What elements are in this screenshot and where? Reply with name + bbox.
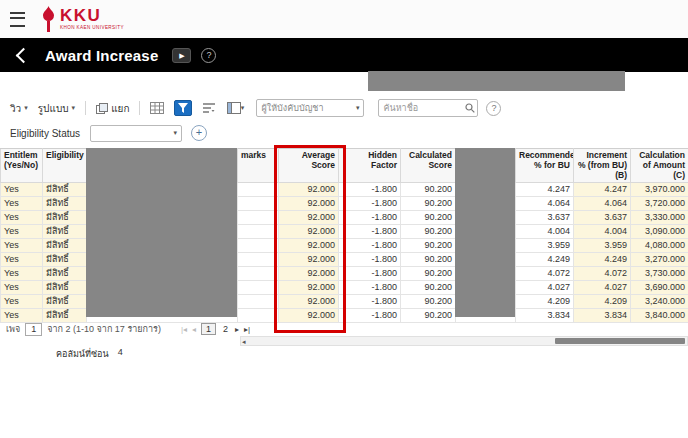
cell-entitlement[interactable]: Yes — [1, 295, 43, 309]
cell-calc: 90.200 — [401, 267, 456, 281]
cell-increment[interactable]: 4.209 — [574, 295, 631, 309]
last-page-button[interactable]: ▸| — [244, 325, 250, 334]
help-icon[interactable]: ? — [201, 48, 216, 63]
cell-amount[interactable]: 4,080.000 — [631, 239, 688, 253]
cell-amount[interactable]: 3,330.000 — [631, 211, 688, 225]
column-header-amount[interactable]: Calculation of Amount (C) — [631, 149, 688, 183]
cell-avg[interactable]: 92.000 — [279, 309, 339, 323]
cell-increment[interactable]: 4.027 — [574, 281, 631, 295]
search-input[interactable] — [378, 99, 478, 117]
cell-increment[interactable]: 3.959 — [574, 239, 631, 253]
cell-eligibility[interactable]: มีสิทธิ์ — [43, 309, 87, 323]
freeze-icon[interactable]: ▾ — [226, 100, 244, 116]
column-header-eligibility[interactable]: Eligibility — [43, 149, 87, 183]
scrollbar-thumb[interactable] — [555, 338, 685, 344]
column-header-calc[interactable]: Calculated Score — [401, 149, 456, 183]
toolbar-help-icon[interactable]: ? — [486, 101, 501, 116]
cell-avg[interactable]: 92.000 — [279, 253, 339, 267]
cell-increment[interactable]: 4.247 — [574, 183, 631, 197]
title-bar: Award Increase ▶ ? — [0, 38, 688, 72]
chevron-down-icon: ▾ — [72, 104, 76, 112]
search-icon[interactable] — [465, 103, 475, 113]
cell-amount[interactable]: 3,240.000 — [631, 295, 688, 309]
cell-avg[interactable]: 92.000 — [279, 281, 339, 295]
cell-entitlement[interactable]: Yes — [1, 253, 43, 267]
cell-eligibility[interactable]: มีสิทธิ์ — [43, 211, 87, 225]
cell-avg[interactable]: 92.000 — [279, 197, 339, 211]
supervisor-select[interactable]: ผู้ให้บังคับบัญชา ▾ — [256, 99, 364, 117]
cell-eligibility[interactable]: มีสิทธิ์ — [43, 281, 87, 295]
wrap-icon[interactable] — [200, 100, 218, 116]
cell-entitlement[interactable]: Yes — [1, 183, 43, 197]
cell-amount[interactable]: 3,690.000 — [631, 281, 688, 295]
page-2-button[interactable]: 2 — [221, 324, 230, 334]
column-header-remarks[interactable]: marks — [238, 149, 279, 183]
cell-amount[interactable]: 3,730.000 — [631, 267, 688, 281]
cell-increment[interactable]: 4.072 — [574, 267, 631, 281]
prev-page-button[interactable]: ◂ — [192, 325, 196, 334]
cell-entitlement[interactable]: Yes — [1, 211, 43, 225]
menu-icon[interactable] — [10, 12, 25, 27]
filter-icon[interactable] — [174, 100, 192, 116]
cell-remarks — [238, 295, 279, 309]
logo-subtitle: KHON KAEN UNIVERSITY — [60, 26, 124, 31]
cell-avg[interactable]: 92.000 — [279, 225, 339, 239]
next-page-button[interactable]: ▸ — [235, 325, 239, 334]
cell-eligibility[interactable]: มีสิทธิ์ — [43, 267, 87, 281]
cell-avg[interactable]: 92.000 — [279, 295, 339, 309]
toolbar-separator — [85, 101, 86, 115]
cell-entitlement[interactable]: Yes — [1, 309, 43, 323]
cell-eligibility[interactable]: มีสิทธิ์ — [43, 225, 87, 239]
cell-increment[interactable]: 4.249 — [574, 253, 631, 267]
cell-eligibility[interactable]: มีสิทธิ์ — [43, 183, 87, 197]
column-header-hidden[interactable]: Hidden Factor — [339, 149, 401, 183]
horizontal-scrollbar[interactable]: ◂ — [240, 336, 688, 346]
column-header-avg[interactable]: Average Score — [279, 149, 339, 183]
cell-remarks — [238, 253, 279, 267]
cell-eligibility[interactable]: มีสิทธิ์ — [43, 197, 87, 211]
scroll-left-icon[interactable]: ◂ — [242, 337, 246, 346]
cell-amount[interactable]: 3,090.000 — [631, 225, 688, 239]
video-icon[interactable]: ▶ — [172, 48, 191, 63]
cell-avg[interactable]: 92.000 — [279, 183, 339, 197]
detach-icon — [96, 103, 108, 114]
cell-hidden: -1.800 — [339, 183, 401, 197]
cell-amount[interactable]: 3,720.000 — [631, 197, 688, 211]
cell-increment[interactable]: 3.834 — [574, 309, 631, 323]
back-icon[interactable] — [16, 47, 32, 63]
cell-recommended: 3.959 — [516, 239, 574, 253]
cell-entitlement[interactable]: Yes — [1, 225, 43, 239]
cell-increment[interactable]: 3.637 — [574, 211, 631, 225]
cell-entitlement[interactable]: Yes — [1, 239, 43, 253]
view-menu[interactable]: วิว ▾ — [10, 101, 28, 116]
cell-entitlement[interactable]: Yes — [1, 267, 43, 281]
page-input[interactable]: 1 — [25, 323, 42, 336]
cell-eligibility[interactable]: มีสิทธิ์ — [43, 295, 87, 309]
cell-eligibility[interactable]: มีสิทธิ์ — [43, 239, 87, 253]
column-header-entitlement[interactable]: Entitlem (Yes/No) — [1, 149, 43, 183]
format-menu[interactable]: รูปแบบ ▾ — [38, 101, 75, 116]
cell-avg[interactable]: 92.000 — [279, 211, 339, 225]
cell-entitlement[interactable]: Yes — [1, 281, 43, 295]
page-1-button[interactable]: 1 — [201, 323, 216, 335]
cell-entitlement[interactable]: Yes — [1, 197, 43, 211]
column-header-recommended[interactable]: Recommended % for BU — [516, 149, 574, 183]
detach-button[interactable]: แยก — [96, 101, 129, 116]
add-filter-icon[interactable]: + — [191, 125, 207, 141]
cell-calc: 90.200 — [401, 309, 456, 323]
column-header-increment[interactable]: Increment % (from BU) (B) — [574, 149, 631, 183]
kku-logo[interactable]: KKU KHON KAEN UNIVERSITY — [41, 6, 124, 33]
cell-amount[interactable]: 3,840.000 — [631, 309, 688, 323]
cell-calc: 90.200 — [401, 197, 456, 211]
redaction-column — [455, 148, 515, 317]
cell-increment[interactable]: 4.064 — [574, 197, 631, 211]
first-page-button[interactable]: |◂ — [181, 325, 187, 334]
cell-amount[interactable]: 3,970.000 — [631, 183, 688, 197]
cell-avg[interactable]: 92.000 — [279, 267, 339, 281]
cell-eligibility[interactable]: มีสิทธิ์ — [43, 253, 87, 267]
cell-increment[interactable]: 4.004 — [574, 225, 631, 239]
table-icon[interactable] — [148, 100, 166, 116]
cell-avg[interactable]: 92.000 — [279, 239, 339, 253]
cell-amount[interactable]: 3,270.000 — [631, 253, 688, 267]
eligibility-status-select[interactable]: ▾ — [90, 125, 182, 142]
